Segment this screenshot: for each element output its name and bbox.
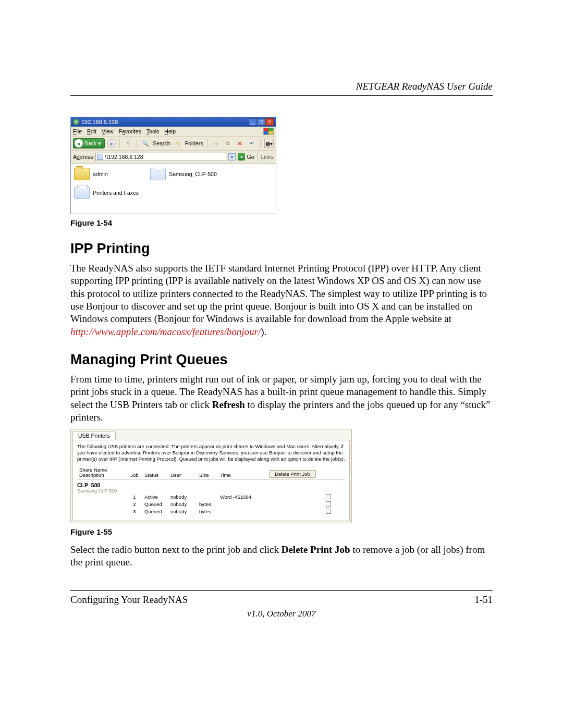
- ipp-text-b: ).: [261, 326, 266, 337]
- menu-favorites[interactable]: Favorites: [119, 128, 141, 134]
- cell-user: nobody: [168, 494, 197, 500]
- figure-1-54-window: 192.168.6.128 _ □ × File Edit View Favor…: [70, 117, 276, 214]
- ie-icon: [73, 119, 79, 125]
- queue-row: 1 Active nobody Word -451584: [77, 493, 345, 501]
- after55-bold: Delete Print Job: [282, 544, 350, 555]
- col-size: Size: [197, 472, 218, 478]
- toolbar-separator: [119, 139, 120, 148]
- cell-status: Queued: [142, 501, 168, 507]
- window-titlebar: 192.168.6.128 _ □ ×: [71, 117, 276, 127]
- job-radio[interactable]: [326, 494, 331, 499]
- after-fig55-paragraph: Select the radio button next to the prin…: [70, 544, 493, 569]
- window-addressbar: Address \\192.168.6.128 ▾ ➜ Go Links: [71, 151, 276, 164]
- col-time: Time: [218, 472, 264, 478]
- job-radio[interactable]: [326, 501, 331, 507]
- footer-page: 1-51: [474, 594, 493, 606]
- cell-user: nobody: [168, 509, 197, 514]
- printer-description: Samsung CLP-500: [77, 488, 345, 493]
- item-label: admin: [93, 171, 108, 177]
- bonjour-link[interactable]: http://www.apple.com/macosx/features/bon…: [70, 326, 261, 337]
- menu-view[interactable]: View: [102, 128, 114, 134]
- delete-icon[interactable]: ✕: [235, 139, 244, 148]
- toolbar-separator: [257, 152, 258, 162]
- search-label[interactable]: Search: [153, 140, 170, 146]
- col-share-name: Share NameDescription: [77, 467, 127, 478]
- cell-status: Active: [142, 494, 168, 500]
- back-label: Back: [84, 140, 96, 146]
- footer-rule: [70, 590, 493, 591]
- queue-header-row: Share NameDescription Job Status User Si…: [77, 466, 345, 480]
- address-dropdown[interactable]: ▾: [228, 153, 236, 161]
- toolbar-separator: [260, 139, 261, 148]
- window-title-text: 192.168.6.128: [81, 119, 118, 125]
- figure-1-55-caption: Figure 1-55: [70, 527, 493, 536]
- col-delete: Delete Print Job: [264, 470, 321, 478]
- col-user: User: [168, 472, 197, 478]
- back-button[interactable]: ◄ Back ▾: [73, 138, 105, 149]
- document-page: NETGEAR ReadyNAS User Guide 192.168.6.12…: [0, 0, 563, 728]
- cell-user: nobody: [168, 501, 197, 507]
- ipp-text-a: The ReadyNAS also supports the IETF stan…: [70, 263, 487, 324]
- figure-1-55-panel: USB Printers The following USB printers …: [70, 429, 352, 523]
- cell-job: 2: [127, 501, 142, 507]
- undo-icon[interactable]: ↶: [247, 139, 256, 148]
- col-status: Status: [142, 472, 168, 478]
- print-queue-table: Share NameDescription Job Status User Si…: [77, 466, 345, 515]
- copy-icon[interactable]: ⧉: [223, 139, 232, 148]
- printers-faxes-icon: [74, 187, 90, 199]
- menu-file[interactable]: File: [73, 128, 82, 134]
- window-menubar: File Edit View Favorites Tools Help: [71, 127, 276, 137]
- footer-version: v1.0, October 2007: [70, 609, 493, 619]
- menu-help[interactable]: Help: [164, 128, 176, 134]
- close-button[interactable]: ×: [265, 118, 274, 126]
- search-icon[interactable]: 🔍: [141, 139, 150, 148]
- folders-label[interactable]: Folders: [185, 140, 203, 146]
- cell-size: bytes: [197, 501, 218, 507]
- delete-print-job-button[interactable]: Delete Print Job: [269, 470, 316, 478]
- folder-item-admin[interactable]: admin: [74, 168, 139, 180]
- go-button[interactable]: ➜ Go: [238, 153, 254, 161]
- printer-share-name: CLP_500: [77, 482, 345, 488]
- menu-tools[interactable]: Tools: [146, 128, 160, 134]
- window-toolbar: ◄ Back ▾ ► ⇧ 🔍 Search 🗀 Folders ⇨ ⧉ ✕ ↶ …: [71, 137, 276, 151]
- move-icon[interactable]: ⇨: [211, 139, 221, 148]
- menu-edit[interactable]: Edit: [87, 128, 96, 134]
- cell-size: bytes: [197, 509, 218, 514]
- address-input[interactable]: \\192.168.6.128: [95, 153, 227, 161]
- windows-logo-icon: [263, 128, 274, 135]
- job-radio[interactable]: [326, 509, 331, 514]
- links-label[interactable]: Links: [261, 154, 274, 160]
- cell-job: 1: [127, 494, 142, 500]
- after55-a: Select the radio button next to the prin…: [70, 544, 282, 555]
- mpq-p1-bold: Refresh: [212, 399, 245, 410]
- item-label: Printers and Faxes: [93, 190, 139, 196]
- cell-time: Word -451584: [218, 494, 264, 500]
- mpq-paragraph-1: From time to time, printers might run ou…: [70, 373, 493, 424]
- usb-printers-panel: The following USB printers are connected…: [72, 440, 350, 521]
- up-icon[interactable]: ⇧: [124, 139, 133, 148]
- figure-1-54-caption: Figure 1-54: [70, 218, 493, 227]
- folder-icon: [74, 168, 90, 180]
- toolbar-separator: [207, 139, 207, 148]
- folder-item-printer[interactable]: Samsung_CLP-500: [150, 168, 217, 180]
- forward-button[interactable]: ►: [107, 139, 116, 147]
- computer-icon: [97, 154, 103, 160]
- queue-row: 2 Queued nobody bytes: [77, 501, 345, 508]
- ipp-paragraph: The ReadyNAS also supports the IETF stan…: [70, 262, 493, 338]
- maximize-button[interactable]: □: [257, 118, 265, 126]
- panel-description: The following USB printers are connected…: [77, 443, 345, 462]
- folders-icon[interactable]: 🗀: [173, 139, 182, 148]
- heading-managing-print-queues: Managing Print Queues: [70, 352, 493, 368]
- toolbar-separator: [137, 139, 137, 148]
- tab-row: USB Printers: [71, 429, 351, 440]
- tab-usb-printers[interactable]: USB Printers: [72, 431, 116, 440]
- go-label: Go: [247, 154, 254, 160]
- minimize-button[interactable]: _: [249, 118, 257, 126]
- cell-status: Queued: [142, 509, 168, 514]
- address-label: Address: [73, 154, 93, 160]
- folder-item-printers-faxes[interactable]: Printers and Faxes: [74, 187, 139, 199]
- folder-view: admin Printers and Faxes Samsung_CLP-500: [71, 164, 276, 214]
- views-icon[interactable]: ▦▾: [264, 139, 274, 148]
- address-value: \\192.168.6.128: [105, 154, 143, 160]
- col-job: Job: [127, 472, 142, 478]
